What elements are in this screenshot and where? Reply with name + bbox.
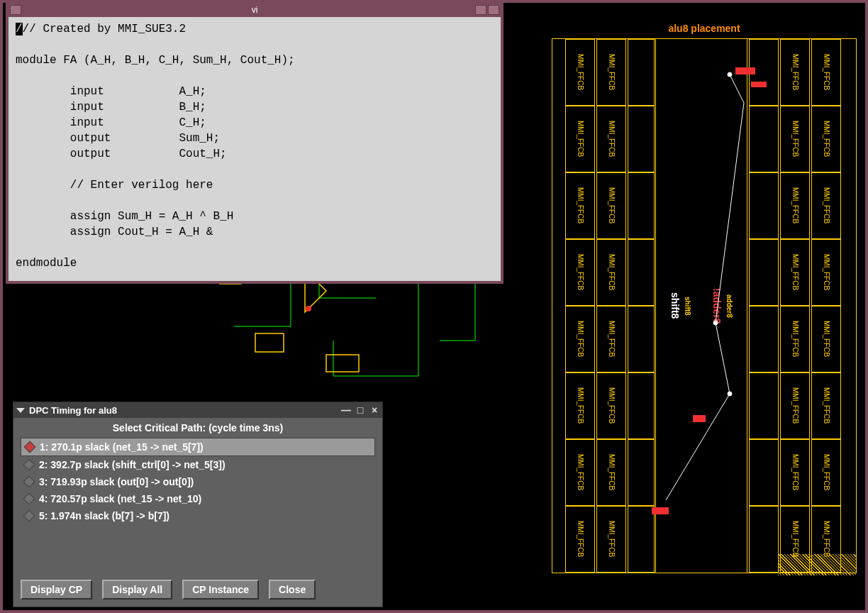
path-label: 2: 392.7p slack (shift_ctrl[0] -> net_5[… — [39, 459, 226, 470]
vi-title-text: vi — [252, 5, 258, 15]
dpc-button-row: Display CP Display All CP Instance Close — [21, 580, 316, 600]
critical-path-item-5[interactable]: 5: 1.974n slack (b[7] -> b[7]) — [21, 507, 375, 524]
critical-path-item-3[interactable]: 3: 719.93p slack (out[0] -> out[0]) — [21, 473, 375, 490]
critical-path-overlay — [552, 39, 856, 573]
dpc-subtitle: Select Critical Path: (cycle time 3ns) — [13, 418, 382, 438]
svg-rect-24 — [652, 507, 669, 514]
vi-titlebar[interactable]: vi — [9, 3, 501, 17]
vi-code: // Created by MMI_SUE3.2 module FA (A_H,… — [16, 23, 295, 270]
radio-icon — [23, 493, 35, 505]
svg-rect-4 — [255, 333, 284, 352]
radio-icon — [24, 441, 36, 453]
critical-path-item-1[interactable]: 1: 270.1p slack (net_15 -> net_5[7]) — [21, 438, 375, 456]
dpc-timing-window[interactable]: DPC Timing for alu8 — □ × Select Critica… — [13, 402, 383, 607]
critical-path-item-4[interactable]: 4: 720.57p slack (net_15 -> net_10) — [21, 490, 375, 507]
minimize-icon[interactable]: — — [341, 405, 351, 415]
cp-instance-button[interactable]: CP Instance — [182, 580, 259, 600]
placement-title: alu8 placement — [552, 23, 857, 34]
dpc-title-text: DPC Timing for alu8 — [29, 405, 341, 416]
path-label: 4: 720.57p slack (net_15 -> net_10) — [39, 493, 201, 504]
path-label: 1: 270.1p slack (net_15 -> net_5[7]) — [40, 441, 204, 453]
svg-point-21 — [728, 392, 732, 396]
placement-view[interactable]: alu8 placement MMI_FFCB MMI_FFCB MMI_FFC… — [552, 23, 857, 583]
dropdown-icon[interactable] — [16, 408, 25, 413]
svg-rect-23 — [751, 82, 767, 87]
vi-menu-button[interactable] — [10, 5, 21, 15]
svg-rect-8 — [326, 355, 359, 372]
radio-icon — [23, 459, 35, 471]
display-cp-button[interactable]: Display CP — [21, 580, 92, 600]
path-label: 3: 719.93p slack (out[0] -> out[0]) — [39, 476, 194, 487]
vi-max-button[interactable] — [488, 5, 499, 15]
display-all-button[interactable]: Display All — [102, 580, 172, 600]
path-label: 5: 1.974n slack (b[7] -> b[7]) — [39, 510, 169, 521]
svg-rect-22 — [735, 67, 755, 74]
hatch-region — [778, 554, 856, 575]
svg-point-20 — [713, 321, 718, 325]
vi-text-area[interactable]: /// Created by MMI_SUE3.2 module FA (A_H… — [9, 17, 501, 275]
svg-line-17 — [716, 323, 730, 394]
close-icon[interactable]: × — [369, 405, 379, 415]
maximize-icon[interactable]: □ — [355, 405, 365, 415]
svg-point-19 — [728, 72, 732, 77]
placement-grid[interactable]: MMI_FFCB MMI_FFCB MMI_FFCB MMI_FFCB MMI_… — [552, 38, 857, 573]
close-button[interactable]: Close — [269, 580, 316, 600]
svg-line-15 — [730, 74, 744, 103]
critical-path-list: 1: 270.1p slack (net_15 -> net_5[7]) 2: … — [21, 438, 375, 524]
vi-min-button[interactable] — [475, 5, 486, 15]
svg-point-13 — [306, 306, 311, 311]
radio-icon — [23, 476, 35, 488]
radio-icon — [23, 510, 35, 522]
svg-line-16 — [716, 103, 744, 323]
svg-rect-25 — [693, 415, 706, 422]
vi-cursor: / — [16, 23, 23, 35]
vi-editor-window[interactable]: vi /// Created by MMI_SUE3.2 module FA (… — [6, 0, 503, 284]
critical-path-item-2[interactable]: 2: 392.7p slack (shift_ctrl[0] -> net_5[… — [21, 456, 375, 473]
dpc-titlebar[interactable]: DPC Timing for alu8 — □ × — [13, 402, 382, 418]
svg-line-18 — [666, 394, 730, 500]
